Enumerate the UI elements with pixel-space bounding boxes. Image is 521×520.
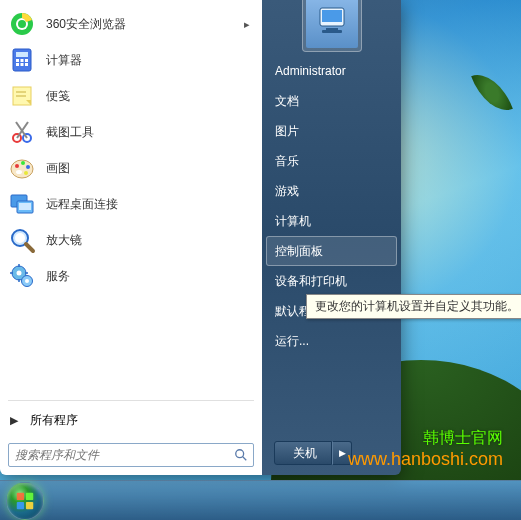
program-item-paint[interactable]: 画图 [2, 150, 260, 186]
svg-point-20 [21, 161, 25, 165]
sticky-notes-icon [8, 82, 36, 110]
program-item-magnifier[interactable]: 放大镜 [2, 222, 260, 258]
all-programs-button[interactable]: ▶ 所有程序 [0, 405, 262, 435]
taskbar[interactable] [0, 480, 521, 520]
right-menu-item-6[interactable]: 控制面板 [266, 236, 397, 266]
start-menu-right-pane: Administrator文档图片音乐游戏计算机控制面板设备和打印机默认程序运行… [262, 0, 401, 475]
right-menu-item-2[interactable]: 图片 [262, 116, 401, 146]
user-avatar-frame[interactable] [302, 0, 362, 52]
right-menu-item-4[interactable]: 游戏 [262, 176, 401, 206]
watermark: 韩博士官网 www.hanboshi.com [348, 428, 503, 470]
watermark-url: www.hanboshi.com [348, 449, 503, 470]
shutdown-button[interactable]: 关机 [274, 441, 332, 465]
search-icon [234, 448, 248, 462]
program-label: 画图 [46, 160, 70, 177]
program-label: 服务 [46, 268, 70, 285]
magnifier-icon [8, 226, 36, 254]
separator [8, 400, 254, 401]
program-item-services[interactable]: 服务 [2, 258, 260, 294]
svg-point-22 [24, 171, 28, 175]
program-label: 便笺 [46, 88, 70, 105]
svg-rect-5 [16, 59, 19, 62]
program-label: 360安全浏览器 [46, 16, 126, 33]
svg-line-39 [243, 457, 247, 461]
right-menu-item-1[interactable]: 文档 [262, 86, 401, 116]
svg-rect-45 [26, 492, 33, 499]
svg-rect-43 [322, 30, 342, 33]
svg-rect-10 [25, 63, 28, 66]
program-label: 计算器 [46, 52, 82, 69]
calculator-icon [8, 46, 36, 74]
all-programs-label: 所有程序 [30, 412, 78, 429]
svg-rect-42 [326, 28, 338, 30]
svg-rect-44 [17, 492, 24, 499]
svg-point-19 [15, 164, 19, 168]
svg-rect-47 [26, 501, 33, 508]
right-menu-item-7[interactable]: 设备和打印机 [262, 266, 401, 296]
shutdown-label: 关机 [293, 445, 317, 462]
program-item-calculator[interactable]: 计算器 [2, 42, 260, 78]
svg-rect-7 [25, 59, 28, 62]
program-label: 截图工具 [46, 124, 94, 141]
program-item-sticky-notes[interactable]: 便笺 [2, 78, 260, 114]
browser-360-icon [8, 10, 36, 38]
svg-point-38 [236, 450, 244, 458]
program-list: 360安全浏览器计算器便笺截图工具画图远程桌面连接放大镜服务 [0, 0, 262, 396]
start-menu: 360安全浏览器计算器便笺截图工具画图远程桌面连接放大镜服务 ▶ 所有程序 Ad… [0, 0, 401, 475]
right-menu-item-0[interactable]: Administrator [262, 56, 401, 86]
svg-rect-41 [322, 10, 342, 22]
program-item-remote-desktop[interactable]: 远程桌面连接 [2, 186, 260, 222]
program-item-browser-360[interactable]: 360安全浏览器 [2, 6, 260, 42]
tooltip: 更改您的计算机设置并自定义其功能。 [306, 294, 521, 319]
triangle-right-icon: ▶ [10, 414, 18, 427]
svg-rect-4 [16, 52, 28, 57]
remote-desktop-icon [8, 190, 36, 218]
search-input[interactable] [8, 443, 254, 467]
svg-point-33 [25, 279, 29, 283]
start-menu-left-pane: 360安全浏览器计算器便笺截图工具画图远程桌面连接放大镜服务 ▶ 所有程序 [0, 0, 262, 475]
svg-rect-6 [21, 59, 24, 62]
watermark-title: 韩博士官网 [348, 428, 503, 449]
svg-point-23 [16, 170, 22, 174]
program-item-snipping-tool[interactable]: 截图工具 [2, 114, 260, 150]
services-icon [8, 262, 36, 290]
svg-rect-26 [19, 203, 31, 210]
program-label: 远程桌面连接 [46, 196, 118, 213]
svg-point-2 [18, 20, 26, 28]
svg-line-29 [26, 244, 33, 251]
start-button[interactable] [6, 482, 44, 520]
right-menu-item-5[interactable]: 计算机 [262, 206, 401, 236]
snipping-tool-icon [8, 118, 36, 146]
program-label: 放大镜 [46, 232, 82, 249]
right-menu-item-9[interactable]: 运行... [262, 326, 401, 356]
right-menu-item-3[interactable]: 音乐 [262, 146, 401, 176]
svg-point-21 [26, 165, 30, 169]
user-avatar [306, 0, 358, 48]
svg-point-28 [15, 233, 25, 243]
svg-rect-46 [17, 501, 24, 508]
svg-point-31 [17, 271, 22, 276]
svg-rect-9 [21, 63, 24, 66]
paint-icon [8, 154, 36, 182]
svg-rect-8 [16, 63, 19, 66]
